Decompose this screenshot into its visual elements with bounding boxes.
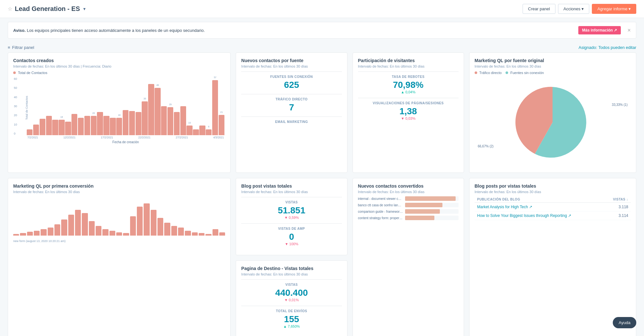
card-pv-title: Participación de visitantes (358, 58, 459, 63)
bar-item: 29 (167, 107, 173, 135)
h-bar-track (405, 203, 459, 207)
metric-tr-value: 70,98% (358, 80, 459, 90)
h-bar-row: content strategy form: property manag... (358, 216, 459, 220)
bar-item (110, 118, 116, 135)
bar-item: 20 (91, 116, 97, 135)
card-mql-primera-conversion: Marketing QL por primera conversión Inte… (8, 178, 231, 336)
header-right: Crear panel Acciones ▾ Agregar informe ▾ (523, 4, 636, 14)
bar-item (97, 112, 103, 135)
star-icon[interactable]: ☆ (8, 6, 12, 12)
metric-vis-value: 1,38 (358, 106, 459, 117)
bar-item (123, 110, 128, 135)
mql-bar-item (205, 234, 211, 236)
metric-bv-change: ▼ 0,59% (241, 216, 342, 219)
notice-link[interactable]: Más información ↗ (578, 26, 621, 34)
metric-em-label: EMAIL MARKETING (241, 120, 342, 124)
legend-label: Total de Contactos (18, 71, 47, 75)
mql-bar-item (68, 215, 74, 236)
bar-item (103, 116, 109, 135)
chart-area: 6050403020100 1620183549291065721 (26, 77, 225, 135)
blog-table: PUBLICACIÓN DEL BLOG VISTAS ↓ Market Ana… (475, 196, 631, 220)
mql-bar-item (41, 229, 46, 236)
dashboard: Contactos creados Intervalo de fechas: E… (0, 52, 644, 336)
metric-te-change: ▲ 7,650% (241, 324, 342, 328)
blog-col1-header: PUBLICACIÓN DEL BLOG (475, 196, 604, 203)
notice-close-icon[interactable]: × (627, 27, 631, 34)
card-contactos-creados-subtitle: Intervalo de fechas: En los últimos 30 d… (13, 64, 225, 68)
h-bar-row: internal - document viewer communica... (358, 196, 459, 201)
metric-pdv-change: ▼ 0,01% (241, 298, 342, 302)
assigned-value[interactable]: Todos pueden editar (598, 45, 636, 50)
card-mqlpc-title: Marketing QL por primera conversión (13, 183, 225, 189)
bar-item (71, 114, 77, 135)
filter-panel-button[interactable]: ≡ Filtrar panel (8, 45, 34, 50)
blog-post-title[interactable]: Market Analysis for High Tech ↗ (475, 203, 604, 211)
metric-bv-value: 51.851 (241, 205, 342, 216)
card-mqlpc-subtitle: Intervalo de fechas: En los últimos 30 d… (13, 190, 225, 194)
card-bv-subtitle: Intervalo de fechas: En los últimos 30 d… (241, 190, 342, 194)
card-pd-subtitle: Intervalo de fechas: En los últimos 30 d… (241, 272, 342, 276)
bar-item (148, 84, 154, 135)
filter-assigned: Asignado: Todos pueden editar (579, 45, 636, 50)
metric-pd-vistas: VISTAS 440.400 ▼ 0,01% (241, 283, 342, 302)
bar-item (52, 120, 58, 135)
metric-tasa-rebotes: TASA DE REBOTES 70,98% ▲ 0,04% (358, 75, 459, 94)
h-bar-row: comparison guide - framework to choo... (358, 209, 459, 214)
pie-label-2: 66,67% (2) (478, 145, 494, 148)
card-nuevos-contactos-fuente: Nuevos contactos por fuente Intervalo de… (236, 52, 347, 173)
agregar-informe-button[interactable]: Agregar informe ▾ (592, 4, 636, 14)
bar-item (174, 112, 180, 135)
legend-trafico: Tráfico directo (475, 71, 502, 75)
legend-trafico-label: Tráfico directo (479, 71, 502, 75)
metric-te-value: 155 (241, 314, 342, 324)
acciones-button[interactable]: Acciones ▾ (558, 4, 589, 14)
blog-post-link[interactable]: How to Solve Your Biggest Issues through… (477, 213, 571, 218)
blog-post-title[interactable]: How to Solve Your Biggest Issues through… (475, 211, 604, 220)
blog-col2-header: VISTAS ↓ (604, 196, 631, 203)
metric-tr-label: TASA DE REBOTES (358, 75, 459, 79)
h-bar-track (405, 209, 459, 214)
legend-item: Total de Contactos (13, 71, 47, 75)
metric-visualizaciones: VISUALIZACIONES DE PÁGINA/SESIONES 1,38 … (358, 101, 459, 120)
card-contactos-legend: Total de Contactos (13, 71, 225, 75)
bar-item (193, 129, 199, 135)
card-marketing-ql-fuente: Marketing QL por fuente original Interva… (469, 52, 636, 173)
col-blog-pagina: Blog post vistas totales Intervalo de fe… (236, 178, 347, 336)
h-bar-fill (405, 216, 434, 220)
legend-fuentes: Fuentes sin conexión (506, 71, 544, 75)
metric-te-label: TOTAL DE ENVÍOS (241, 309, 342, 313)
bar-item (27, 129, 33, 135)
legend-fuentes-dot (506, 71, 508, 74)
metric-pdv-value: 440.400 (241, 288, 342, 298)
metric-va-value: 0 (241, 232, 342, 242)
blog-post-views: 3.114 (604, 211, 631, 220)
card-contactos-creados: Contactos creados Intervalo de fechas: E… (8, 52, 231, 173)
mql-bar-item (130, 216, 136, 236)
bar-item (136, 112, 141, 135)
bar-item: 16 (59, 120, 64, 135)
notice-description: Los equipos principales tienen acceso au… (27, 28, 205, 33)
metric-pdv-label: VISTAS (241, 283, 342, 286)
bar-item: 49 (155, 88, 160, 135)
crear-panel-button[interactable]: Crear panel (523, 4, 555, 14)
help-button[interactable]: Ayuda (613, 317, 636, 328)
bar-item (78, 118, 84, 135)
bar-item (199, 126, 205, 135)
h-bar-label: banco ctt casa de sonho landing: prop... (358, 203, 403, 207)
title-dropdown-icon[interactable]: ▼ (82, 7, 86, 11)
card-bv-title: Blog post vistas totales (241, 183, 342, 189)
mql-bar-item (192, 232, 198, 236)
blog-post-link[interactable]: Market Analysis for High Tech ↗ (477, 205, 532, 209)
card-blog-posts-totales: Blog posts por vistas totales Intervalo … (469, 178, 636, 336)
metric-trafico-directo: TRÁFICO DIRECTO 7 (241, 98, 342, 113)
mql-bar-item (178, 228, 184, 236)
filter-icon: ≡ (8, 45, 10, 50)
card-ncp-subtitle: Intervalo de fechas: En los últimos 30 d… (241, 64, 342, 68)
metric-bv-label: VISTAS (241, 201, 342, 204)
blog-post-views: 3.118 (604, 203, 631, 211)
card-mql-legend: Tráfico directo Fuentes sin conexión (475, 71, 631, 75)
card-blog-vistas: Blog post vistas totales Intervalo de fe… (236, 178, 347, 255)
card-mql-subtitle: Intervalo de fechas: En los últimos 30 d… (475, 64, 631, 68)
metric-td-value: 7 (241, 102, 342, 113)
card-pv-subtitle: Intervalo de fechas: En los últimos 30 d… (358, 64, 459, 68)
